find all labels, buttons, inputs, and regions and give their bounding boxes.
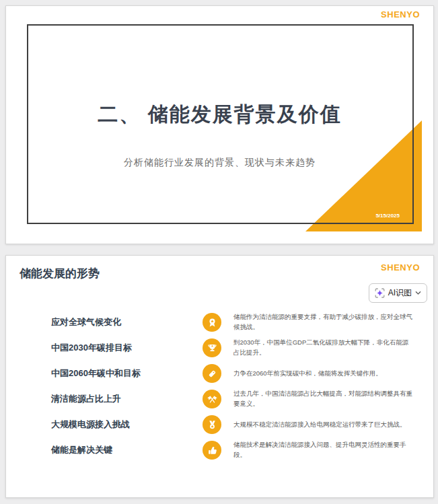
slide-1-section-cover[interactable]: SHENYO 二、 储能发展背景及价值 分析储能行业发展的背景、现状与未来趋势 …	[5, 5, 434, 244]
tag-icon	[203, 364, 221, 383]
list-item-description: 力争在2060年前实现碳中和，储能将发挥关键作用。	[233, 369, 433, 379]
crossed-flags-icon	[203, 390, 221, 408]
slide-date: 5/15/2025	[375, 213, 400, 219]
list-item-label: 应对全球气候变化	[51, 316, 203, 328]
brand-logo: SHENYO	[381, 262, 420, 273]
list-item-label: 清洁能源占比上升	[51, 393, 203, 405]
ai-scan-sparkle-icon	[375, 288, 385, 298]
brand-logo: SHENYO	[381, 9, 420, 20]
list-item-label: 中国2060年碳中和目标	[51, 367, 203, 380]
section-title: 二、 储能发展背景及价值	[6, 101, 433, 129]
thumbs-up-icon	[203, 441, 221, 460]
list-item-description: 过去几年，中国清洁能源占比大幅提高，对能源结构调整具有重要意义。	[233, 389, 433, 408]
list-item-label: 大规模电源接入挑战	[51, 419, 203, 431]
ai-recognize-button-label: AI识图	[388, 287, 412, 299]
page-title: 储能发展的形势	[20, 266, 100, 281]
list-item-description: 储能技术是解决清洁能源接入问题、提升电网灵活性的重要手段。	[233, 440, 433, 460]
list-item-description: 大规模不稳定清洁能源接入给电网稳定运行带来了巨大挑战。	[233, 420, 433, 430]
list-item-description: 到2030年，中国单位GDP二氧化碳排放大幅下降，非化石能源占比提升。	[233, 338, 433, 357]
medal-star-icon	[203, 415, 221, 434]
list-item: 中国2060年碳中和目标 力争在2060年前实现碳中和，储能将发挥关键作用。	[6, 361, 433, 386]
list-item: 清洁能源占比上升 过去几年，中国清洁能源占比大幅提高，对能源结构调整具有重要意义…	[6, 386, 433, 412]
list-item-label: 储能是解决关键	[51, 444, 203, 456]
section-subtitle: 分析储能行业发展的背景、现状与未来趋势	[6, 157, 433, 169]
list-item: 储能是解决关键 储能技术是解决清洁能源接入问题、提升电网灵活性的重要手段。	[6, 437, 433, 463]
award-ribbon-icon	[203, 313, 221, 332]
list-item-description: 储能作为清洁能源的重要支撑，有助于减少碳排放，应对全球气候挑战。	[233, 312, 433, 332]
ai-recognize-button[interactable]: AI识图	[369, 283, 427, 303]
list-item: 中国2030年碳排目标 到2030年，中国单位GDP二氧化碳排放大幅下降，非化石…	[6, 335, 433, 361]
slide-2-content[interactable]: 储能发展的形势 SHENYO AI识图 应对全球气候变化	[5, 255, 434, 498]
list-item: 大规模电源接入挑战 大规模不稳定清洁能源接入给电网稳定运行带来了巨大挑战。	[6, 412, 433, 437]
chevron-down-icon	[415, 291, 421, 295]
feature-list: 应对全球气候变化 储能作为清洁能源的重要支撑，有助于减少碳排放，应对全球气候挑战…	[6, 310, 433, 463]
list-item: 应对全球气候变化 储能作为清洁能源的重要支撑，有助于减少碳排放，应对全球气候挑战…	[6, 310, 433, 335]
list-item-label: 中国2030年碳排目标	[51, 342, 203, 354]
trophy-icon	[203, 338, 221, 357]
corner-triangle-decoration	[305, 120, 422, 231]
